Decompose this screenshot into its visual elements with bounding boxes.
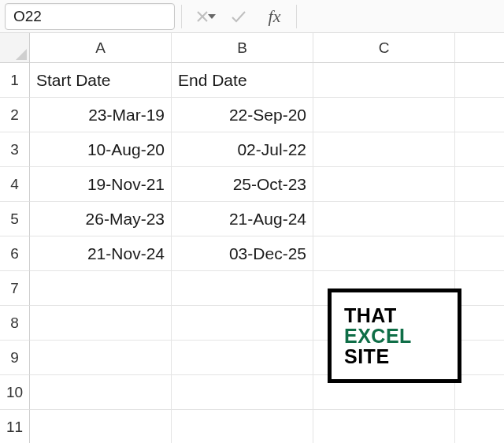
cell-A11[interactable] bbox=[30, 410, 172, 443]
cell-B4[interactable]: 25-Oct-23 bbox=[172, 167, 313, 202]
cell-B9[interactable] bbox=[172, 341, 313, 375]
row-header-1[interactable]: 1 bbox=[0, 63, 30, 98]
cell-B11[interactable] bbox=[172, 410, 313, 443]
cell-A4[interactable]: 19-Nov-21 bbox=[30, 167, 172, 202]
row-header-11[interactable]: 11 bbox=[0, 410, 30, 443]
col-header-D[interactable] bbox=[455, 33, 504, 63]
cell-A2[interactable]: 23-Mar-19 bbox=[30, 98, 172, 132]
cell-B8[interactable] bbox=[172, 306, 313, 341]
enter-icon[interactable] bbox=[224, 4, 253, 29]
cell-C1[interactable] bbox=[313, 63, 455, 98]
watermark-logo: THAT EXCEL SITE bbox=[328, 289, 461, 383]
divider bbox=[181, 5, 182, 28]
divider bbox=[296, 5, 297, 28]
table-row: 1 Start Date End Date bbox=[0, 63, 504, 98]
name-box[interactable] bbox=[6, 8, 208, 25]
cell-D2[interactable] bbox=[455, 98, 504, 132]
row-header-7[interactable]: 7 bbox=[0, 271, 30, 306]
column-header-row: A B C bbox=[0, 33, 504, 63]
col-header-C[interactable]: C bbox=[313, 33, 455, 63]
table-row: 11 bbox=[0, 410, 504, 443]
cell-C4[interactable] bbox=[313, 167, 455, 202]
cell-B6[interactable]: 03-Dec-25 bbox=[172, 236, 313, 271]
cell-A10[interactable] bbox=[30, 375, 172, 410]
cancel-icon[interactable] bbox=[188, 4, 217, 29]
row-header-9[interactable]: 9 bbox=[0, 341, 30, 375]
row-header-10[interactable]: 10 bbox=[0, 375, 30, 410]
cell-D7[interactable] bbox=[455, 271, 504, 306]
watermark-line2: EXCEL bbox=[344, 326, 458, 346]
cell-B2[interactable]: 22-Sep-20 bbox=[172, 98, 313, 132]
cell-B5[interactable]: 21-Aug-24 bbox=[172, 202, 313, 236]
watermark-line1: THAT bbox=[344, 305, 458, 326]
cell-D11[interactable] bbox=[455, 410, 504, 443]
sheet-grid: A B C 1 Start Date End Date 2 23-Mar-19 … bbox=[0, 33, 504, 443]
cell-D3[interactable] bbox=[455, 132, 504, 167]
cell-A9[interactable] bbox=[30, 341, 172, 375]
col-header-B[interactable]: B bbox=[172, 33, 313, 63]
cell-D9[interactable] bbox=[455, 341, 504, 375]
cell-B1[interactable]: End Date bbox=[172, 63, 313, 98]
table-row: 5 26-May-23 21-Aug-24 bbox=[0, 202, 504, 236]
fx-icon[interactable]: fx bbox=[259, 6, 290, 27]
row-header-3[interactable]: 3 bbox=[0, 132, 30, 167]
cell-C5[interactable] bbox=[313, 202, 455, 236]
cell-C3[interactable] bbox=[313, 132, 455, 167]
cell-D5[interactable] bbox=[455, 202, 504, 236]
cell-D10[interactable] bbox=[455, 375, 504, 410]
cell-A8[interactable] bbox=[30, 306, 172, 341]
formula-input[interactable] bbox=[303, 8, 499, 25]
cell-C6[interactable] bbox=[313, 236, 455, 271]
table-row: 4 19-Nov-21 25-Oct-23 bbox=[0, 167, 504, 202]
cell-A7[interactable] bbox=[30, 271, 172, 306]
cell-C2[interactable] bbox=[313, 98, 455, 132]
cell-D1[interactable] bbox=[455, 63, 504, 98]
name-box-wrap bbox=[5, 3, 175, 30]
table-row: 6 21-Nov-24 03-Dec-25 bbox=[0, 236, 504, 271]
cell-B7[interactable] bbox=[172, 271, 313, 306]
cell-D4[interactable] bbox=[455, 167, 504, 202]
row-header-2[interactable]: 2 bbox=[0, 98, 30, 132]
formula-bar: fx bbox=[0, 0, 504, 33]
cell-A5[interactable]: 26-May-23 bbox=[30, 202, 172, 236]
col-header-A[interactable]: A bbox=[30, 33, 172, 63]
row-header-6[interactable]: 6 bbox=[0, 236, 30, 271]
cell-A1[interactable]: Start Date bbox=[30, 63, 172, 98]
cell-A6[interactable]: 21-Nov-24 bbox=[30, 236, 172, 271]
watermark-line3: SITE bbox=[344, 346, 458, 367]
row-header-4[interactable]: 4 bbox=[0, 167, 30, 202]
cell-A3[interactable]: 10-Aug-20 bbox=[30, 132, 172, 167]
table-row: 2 23-Mar-19 22-Sep-20 bbox=[0, 98, 504, 132]
cell-C11[interactable] bbox=[313, 410, 455, 443]
cell-B10[interactable] bbox=[172, 375, 313, 410]
row-header-8[interactable]: 8 bbox=[0, 306, 30, 341]
cell-D6[interactable] bbox=[455, 236, 504, 271]
select-all-corner[interactable] bbox=[0, 33, 30, 63]
row-header-5[interactable]: 5 bbox=[0, 202, 30, 236]
cell-B3[interactable]: 02-Jul-22 bbox=[172, 132, 313, 167]
cell-D8[interactable] bbox=[455, 306, 504, 341]
table-row: 3 10-Aug-20 02-Jul-22 bbox=[0, 132, 504, 167]
